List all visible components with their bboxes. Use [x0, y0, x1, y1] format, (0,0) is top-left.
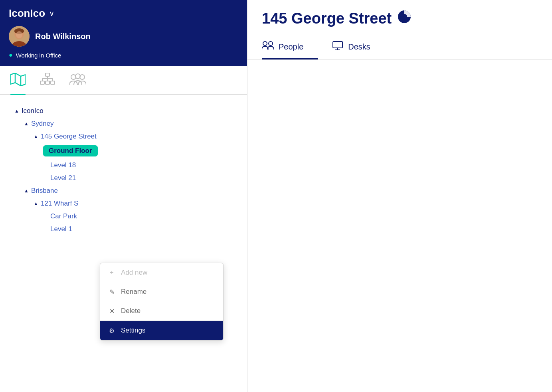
tree-label-iconico: IconIco — [22, 107, 44, 115]
nav-icons — [0, 66, 247, 95]
map-icon — [10, 73, 26, 86]
main-content — [247, 60, 552, 392]
gear-icon: ⚙ — [108, 327, 115, 335]
brand-chevron-icon: ∨ — [49, 9, 54, 18]
svg-rect-11 — [51, 81, 55, 84]
tree-label-level1: Level 1 — [50, 225, 72, 233]
brand-row[interactable]: IconIco ∨ — [9, 7, 238, 20]
tree-arrow-121wharf: ▲ — [34, 201, 38, 206]
main-panel: 145 George Street — [247, 0, 552, 392]
status-row: ● Working in Office — [9, 51, 238, 59]
context-menu-delete[interactable]: ✕ Delete — [100, 301, 223, 321]
svg-point-18 — [80, 75, 85, 79]
context-menu-settings[interactable]: ⚙ Settings — [100, 321, 223, 340]
desks-tab-icon — [332, 41, 343, 53]
svg-point-17 — [71, 75, 76, 79]
nav-org-tab[interactable] — [40, 73, 55, 94]
context-menu-add-new-label: Add new — [121, 269, 147, 277]
svg-rect-8 — [46, 73, 49, 76]
tree-label-carpark: Car Park — [50, 212, 77, 220]
tree-arrow-brisbane: ▲ — [24, 188, 29, 194]
desktop-icon-svg — [332, 41, 343, 50]
avatar — [9, 26, 30, 47]
tree-item-ground-floor[interactable]: Ground Floor — [6, 143, 247, 159]
svg-point-23 — [269, 42, 273, 46]
tab-desks-label: Desks — [348, 42, 370, 51]
nav-map-tab[interactable] — [10, 73, 26, 94]
sidebar-header: IconIco ∨ Rob Wilkinson — [0, 0, 247, 66]
tree-container: ▲ IconIco ▲ Sydney ▲ 145 George Street G… — [0, 95, 247, 392]
pencil-icon: ✎ — [108, 288, 115, 296]
sidebar: IconIco ∨ Rob Wilkinson — [0, 0, 247, 392]
svg-rect-24 — [333, 42, 342, 48]
tree-label-brisbane: Brisbane — [31, 187, 58, 195]
context-menu-add-new[interactable]: + Add new — [100, 263, 223, 282]
tree-item-121wharf[interactable]: ▲ 121 Wharf S — [6, 197, 247, 210]
page-title: 145 George Street — [262, 10, 392, 27]
pie-chart-svg — [397, 10, 412, 24]
tree-item-brisbane[interactable]: ▲ Brisbane — [6, 184, 247, 197]
tab-desks[interactable]: Desks — [332, 35, 385, 59]
people-group-icon — [69, 73, 86, 86]
nav-people-tab[interactable] — [69, 73, 86, 94]
tree-item-level18[interactable]: Level 18 — [6, 159, 247, 172]
pie-chart-icon[interactable] — [397, 10, 412, 27]
user-row: Rob Wilkinson — [9, 26, 238, 47]
brand-name: IconIco — [9, 7, 45, 20]
tree-item-145george[interactable]: ▲ 145 George Street — [6, 130, 247, 143]
svg-point-4 — [16, 31, 22, 38]
svg-point-22 — [263, 42, 267, 46]
tree-label-sydney: Sydney — [31, 120, 54, 128]
tree-label-level21: Level 21 — [50, 174, 76, 182]
people-icon-svg — [262, 41, 274, 50]
tree-item-sydney[interactable]: ▲ Sydney — [6, 117, 247, 130]
svg-point-19 — [75, 74, 80, 79]
tree-item-carpark[interactable]: Car Park — [6, 210, 247, 223]
main-title-row: 145 George Street — [262, 10, 538, 27]
people-tab-icon — [262, 41, 274, 53]
svg-marker-5 — [10, 73, 26, 86]
tree-arrow-145george: ▲ — [34, 134, 38, 139]
context-menu-delete-label: Delete — [121, 307, 140, 315]
context-menu-rename-label: Rename — [121, 288, 146, 296]
tree-arrow-iconico: ▲ — [14, 108, 19, 114]
tree-label-ground-floor: Ground Floor — [43, 145, 98, 156]
status-text: Working in Office — [16, 52, 61, 59]
avatar-image — [9, 26, 30, 47]
context-menu: + Add new ✎ Rename ✕ Delete ⚙ Settings — [100, 263, 224, 341]
tree-item-iconico[interactable]: ▲ IconIco — [6, 105, 247, 117]
tree-label-145george: 145 George Street — [41, 133, 97, 141]
tree-arrow-sydney: ▲ — [24, 121, 29, 127]
main-tabs: People Desks — [262, 35, 538, 59]
org-chart-icon — [40, 73, 55, 86]
tree-label-level18: Level 18 — [50, 161, 76, 169]
tree-item-level1[interactable]: Level 1 — [6, 223, 247, 236]
context-menu-settings-label: Settings — [121, 327, 145, 335]
main-header: 145 George Street — [247, 0, 552, 60]
svg-point-21 — [402, 14, 407, 20]
user-name: Rob Wilkinson — [35, 32, 91, 41]
context-menu-rename[interactable]: ✎ Rename — [100, 282, 223, 301]
tree-label-121wharf: 121 Wharf S — [41, 200, 79, 208]
plus-icon: + — [108, 269, 115, 276]
tree-item-level21[interactable]: Level 21 — [6, 172, 247, 184]
x-icon: ✕ — [108, 307, 115, 315]
tab-people-label: People — [279, 42, 303, 51]
svg-rect-9 — [40, 81, 44, 84]
svg-rect-10 — [46, 81, 49, 84]
tab-people[interactable]: People — [262, 35, 318, 59]
person-icon: ● — [9, 51, 13, 59]
